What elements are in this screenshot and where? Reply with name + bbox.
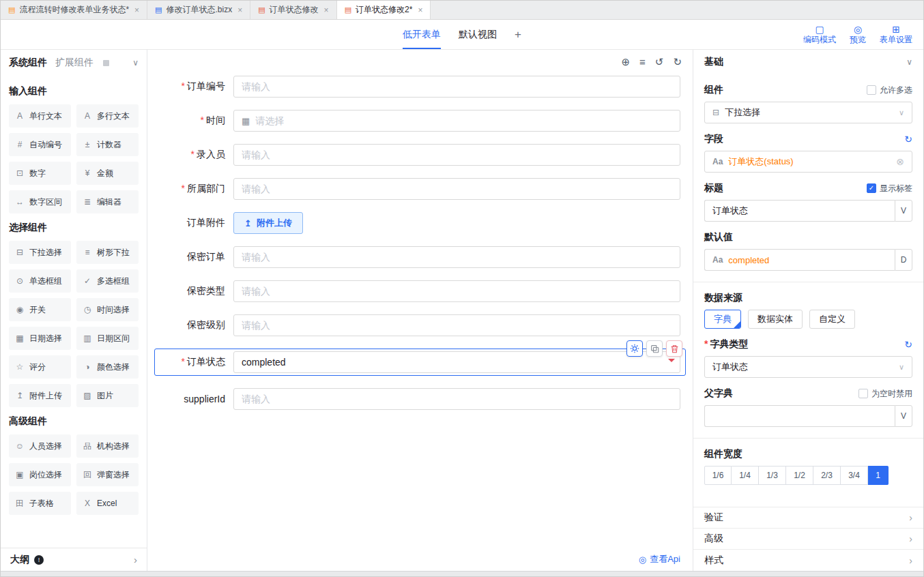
component-item-number-range[interactable]: ↔数字区间 bbox=[9, 190, 71, 213]
attachment-upload-button[interactable]: ↥ 附件上传 bbox=[233, 212, 303, 234]
field-time[interactable]: 时间 ▦ bbox=[160, 110, 680, 132]
component-item-counter[interactable]: ±计数器 bbox=[76, 133, 139, 156]
chevron-right-icon[interactable]: › bbox=[134, 554, 137, 565]
component-item-date-range[interactable]: ▥日期区间 bbox=[76, 327, 139, 350]
component-item-radio-group[interactable]: ⊙单选框组 bbox=[9, 269, 71, 293]
window-tab-order-status-edit2[interactable]: ▤ 订单状态修改2* × bbox=[337, 1, 431, 19]
component-item-color-picker[interactable]: ◑颜色选择 bbox=[76, 355, 139, 379]
component-item-rating[interactable]: ☆评分 bbox=[9, 355, 71, 379]
bottom-scrollbar-track[interactable] bbox=[1, 571, 923, 576]
component-item-auto-number[interactable]: #自动编号 bbox=[9, 133, 71, 156]
refresh-icon[interactable]: ↻ bbox=[904, 339, 912, 350]
component-item-org-select[interactable]: 品机构选择 bbox=[76, 434, 139, 458]
component-item-attachment-upload[interactable]: ↥附件上传 bbox=[9, 384, 71, 407]
tab-extension-components[interactable]: 扩展组件 bbox=[55, 57, 93, 69]
datasource-custom-button[interactable]: 自定义 bbox=[809, 310, 855, 329]
field-recorder[interactable]: 录入员 bbox=[160, 144, 680, 166]
add-view-button[interactable]: + bbox=[515, 28, 521, 42]
window-tab-order-status-edit[interactable]: ▤ 订单状态修改 × bbox=[250, 1, 336, 19]
field-binding-box[interactable]: Aa 订单状态(status) ⊗ bbox=[704, 151, 912, 173]
field-order-attachment[interactable]: 订单附件 ↥ 附件上传 bbox=[160, 212, 680, 234]
section-style[interactable]: 样式 › bbox=[693, 550, 923, 571]
parent-dict-input[interactable] bbox=[712, 411, 887, 421]
code-mode-button[interactable]: ▢ 编码模式 bbox=[803, 25, 836, 44]
checkbox-icon[interactable] bbox=[858, 389, 868, 398]
field-secret-order[interactable]: 保密订单 bbox=[160, 246, 680, 268]
component-item-time-picker[interactable]: ◷时间选择 bbox=[76, 298, 139, 321]
window-tab-flow-status[interactable]: ▤ 流程流转时修改表单业务状态* × bbox=[1, 1, 147, 19]
component-item-image[interactable]: ▨图片 bbox=[76, 384, 139, 407]
width-option-1-2[interactable]: 1/2 bbox=[786, 466, 813, 485]
tab-lowcode-form[interactable]: 低开表单 bbox=[403, 20, 441, 49]
tab-default-view[interactable]: 默认视图 bbox=[459, 20, 497, 49]
time-input[interactable] bbox=[255, 115, 672, 126]
delete-button[interactable] bbox=[666, 340, 682, 357]
show-label-checkbox[interactable]: ✓ 显示标签 bbox=[867, 183, 912, 194]
component-item-single-line-text[interactable]: A单行文本 bbox=[9, 104, 71, 128]
checkbox-icon[interactable] bbox=[867, 85, 876, 95]
component-item-dropdown-select[interactable]: ⊟下拉选择 bbox=[9, 241, 71, 264]
field-order-status[interactable]: 订单状态 bbox=[154, 349, 686, 376]
field-secret-level[interactable]: 保密级别 bbox=[160, 314, 680, 336]
form-settings-button[interactable]: ⊞ 表单设置 bbox=[880, 25, 912, 44]
recorder-input[interactable] bbox=[233, 144, 680, 166]
component-item-multi-line-text[interactable]: A多行文本 bbox=[76, 104, 139, 128]
width-option-3-4[interactable]: 3/4 bbox=[841, 466, 868, 485]
redo-icon[interactable]: ↻ bbox=[673, 57, 682, 67]
close-icon[interactable]: × bbox=[134, 5, 139, 15]
outline-bar[interactable]: 大纲 ! › bbox=[1, 548, 147, 571]
dynamic-button[interactable]: D bbox=[895, 249, 912, 271]
dict-type-select[interactable]: 订单状态 ∨ bbox=[704, 356, 912, 378]
component-item-amount[interactable]: ¥金额 bbox=[76, 162, 139, 185]
component-item-date-picker[interactable]: ▦日期选择 bbox=[9, 327, 71, 350]
supplier-id-input[interactable] bbox=[233, 388, 680, 410]
component-item-editor[interactable]: ≣编辑器 bbox=[76, 190, 139, 213]
disable-when-empty-checkbox[interactable]: 为空时禁用 bbox=[858, 388, 912, 400]
section-advanced[interactable]: 高级 › bbox=[693, 529, 923, 550]
default-value-box[interactable]: Aa completed bbox=[704, 249, 895, 271]
variable-button[interactable]: V bbox=[895, 200, 912, 222]
undo-icon[interactable]: ↺ bbox=[655, 57, 664, 67]
chevron-down-icon[interactable]: ∨ bbox=[906, 57, 912, 67]
refresh-icon[interactable]: ↻ bbox=[904, 134, 912, 145]
component-item-switch[interactable]: ◉开关 bbox=[9, 298, 71, 321]
variable-button[interactable]: V bbox=[895, 405, 912, 427]
width-option-1-4[interactable]: 1/4 bbox=[732, 466, 759, 485]
component-type-select[interactable]: ⊟ 下拉选择 ∨ bbox=[704, 102, 912, 123]
view-api-link[interactable]: 查看Api bbox=[650, 553, 680, 565]
component-item-checkbox-group[interactable]: ✓多选框组 bbox=[76, 269, 139, 293]
time-picker-input[interactable]: ▦ bbox=[233, 110, 680, 132]
component-item-position-select[interactable]: ▣岗位选择 bbox=[9, 463, 71, 486]
order-status-input[interactable] bbox=[233, 351, 680, 373]
component-item-sub-table[interactable]: 田子表格 bbox=[9, 492, 71, 515]
window-tab-bizx[interactable]: ▤ 修改订单状态.bizx × bbox=[147, 1, 250, 19]
close-icon[interactable]: × bbox=[237, 5, 242, 15]
secret-order-input[interactable] bbox=[233, 246, 680, 268]
component-item-excel[interactable]: XExcel bbox=[76, 492, 139, 515]
field-secret-type[interactable]: 保密类型 bbox=[160, 280, 680, 302]
width-option-2-3[interactable]: 2/3 bbox=[813, 466, 841, 485]
checkbox-checked-icon[interactable]: ✓ bbox=[867, 183, 876, 193]
title-input[interactable] bbox=[712, 206, 887, 216]
section-validation[interactable]: 验证 › bbox=[693, 507, 923, 529]
datasource-entity-button[interactable]: 数据实体 bbox=[748, 310, 803, 329]
panel-header[interactable]: 基础 ∨ bbox=[693, 50, 923, 74]
settings-button[interactable] bbox=[626, 340, 643, 357]
clear-icon[interactable]: ⊗ bbox=[896, 156, 904, 167]
department-input[interactable] bbox=[233, 178, 680, 200]
datasource-dict-button[interactable]: 字典 bbox=[704, 310, 741, 329]
globe-icon[interactable]: ⊕ bbox=[622, 57, 631, 67]
secret-level-input[interactable] bbox=[233, 314, 680, 336]
order-no-input[interactable] bbox=[233, 76, 680, 98]
outline-view-icon[interactable]: ≡ bbox=[639, 57, 646, 67]
width-option-full[interactable]: 1 bbox=[868, 466, 889, 485]
component-item-popup-select[interactable]: 回弹窗选择 bbox=[76, 463, 139, 486]
component-item-tree-select[interactable]: ≡树形下拉 bbox=[76, 241, 139, 264]
chevron-down-icon[interactable]: ∨ bbox=[132, 58, 139, 68]
width-option-1-3[interactable]: 1/3 bbox=[759, 466, 786, 485]
field-supplier-id[interactable]: supplierId bbox=[160, 388, 680, 410]
field-order-no[interactable]: 订单编号 bbox=[160, 76, 680, 98]
preview-button[interactable]: ◎ 预览 bbox=[850, 25, 866, 44]
close-icon[interactable]: × bbox=[418, 5, 422, 15]
copy-button[interactable] bbox=[646, 340, 663, 357]
